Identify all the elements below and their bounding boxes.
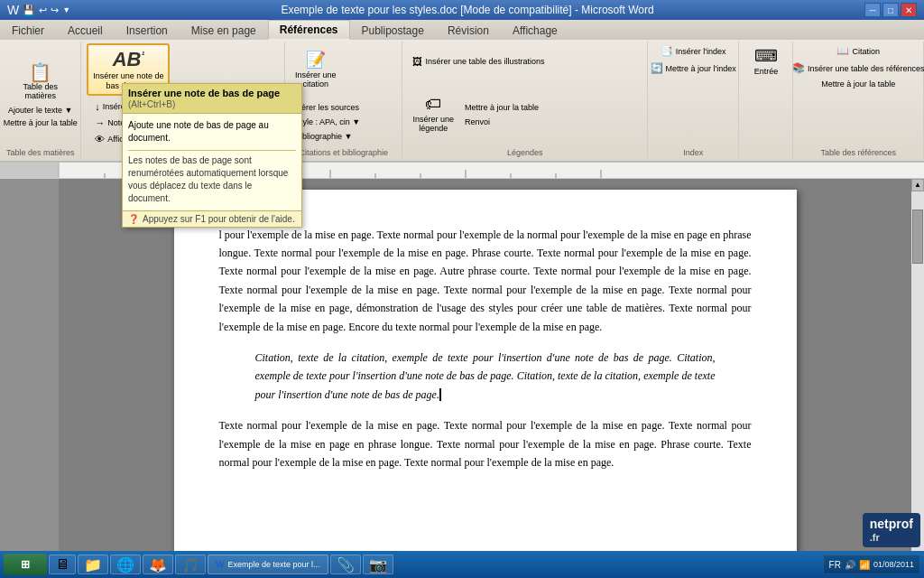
qa-dropdown[interactable]: ▼ — [62, 5, 70, 14]
style-label: Style : APA, cin ▼ — [295, 117, 360, 126]
maj-table-refs-label: Mettre à jour la table — [821, 79, 895, 89]
btn-inserer-index[interactable]: 📑 Insérer l'index — [656, 43, 731, 59]
note-suivante-icon: → — [95, 117, 105, 128]
taskbar-computer[interactable]: 🖥 — [49, 555, 76, 574]
ajouter-texte-label: Ajouter le texte ▼ — [8, 106, 72, 115]
group-entree: ⌨ Entrée — [739, 42, 793, 159]
doc-paragraph-1: l pour l'exemple de la mise en page. Tex… — [219, 226, 752, 336]
maj-index-icon: 🔄 — [651, 62, 663, 74]
tray-sound[interactable]: 🔊 — [845, 560, 855, 570]
group-citation-refs: 📖 Citation 📚 Insérer une table des référ… — [793, 42, 924, 159]
tray-lang: FR — [829, 560, 841, 570]
tooltip-popup: Insérer une note de bas de page (Alt+Ctr… — [122, 83, 302, 228]
doc-citation-block: Citation, texte de la citation, exemple … — [255, 349, 716, 404]
tooltip-body: Ajoute une note de bas de page au docume… — [123, 114, 301, 210]
minimize-button[interactable]: ─ — [864, 3, 881, 17]
tray-network[interactable]: 📶 — [859, 560, 870, 570]
index-icon: 📑 — [661, 45, 673, 57]
undo-icon[interactable]: ↩ — [39, 5, 47, 16]
start-icon: ⊞ — [21, 558, 30, 571]
tooltip-help: ❓ Appuyez sur F1 pour obtenir de l'aide. — [123, 210, 301, 227]
btn-table-matieres[interactable]: 📋 Table desmatières — [18, 61, 62, 105]
note-bas-icon: AB¹ — [113, 48, 144, 71]
maj-index-label: Mettre à jour l'index — [666, 64, 736, 73]
tab-accueil[interactable]: Accueil — [56, 20, 115, 40]
taskbar: ⊞ 🖥 📁 🌐 🦊 🎵 W Exemple de texte pour l...… — [0, 551, 924, 578]
quick-save-icon[interactable]: 💾 — [23, 5, 35, 16]
taskbar-media[interactable]: 🎵 — [175, 555, 206, 574]
group-table-matieres: 📋 Table desmatières Ajouter le texte ▼ M… — [0, 42, 81, 159]
citation-refs-icon: 📖 — [836, 45, 849, 57]
scroll-up-button[interactable]: ▲ — [911, 179, 924, 191]
btn-table-matieres-label: Table desmatières — [23, 82, 58, 102]
btn-maj-table[interactable]: Mettre à jour la table — [0, 117, 82, 129]
citation-text: Citation, texte de la citation, exemple … — [255, 351, 716, 401]
illus-label: Insérer une table des illustrations — [425, 57, 544, 66]
legende-label: Insérer unelégende — [412, 115, 454, 133]
sidebar — [0, 179, 59, 578]
netprof-line1: netprof — [870, 517, 913, 532]
tooltip-title: Insérer une note de bas de page — [128, 88, 280, 98]
group-legendes: 🖼 Insérer une table des illustrations 🏷 … — [402, 42, 648, 159]
maximize-button[interactable]: □ — [882, 3, 899, 17]
tab-mise-en-page[interactable]: Mise en page — [180, 20, 268, 40]
sources-label: Gérer les sources — [295, 103, 359, 112]
entree-icon: ⌨ — [754, 46, 778, 66]
help-text: Appuyez sur F1 pour obtenir de l'aide. — [143, 214, 295, 224]
group-citation-refs-label: Table des références — [820, 146, 896, 157]
btn-citation[interactable]: 📖 Citation — [832, 43, 884, 59]
start-button[interactable]: ⊞ — [4, 554, 47, 575]
btn-ajouter-texte[interactable]: Ajouter le texte ▼ — [4, 104, 77, 117]
biblio-label: Bibliographie ▼ — [295, 132, 352, 141]
index-label: Insérer l'index — [676, 47, 726, 56]
afficher-icon: 👁 — [95, 134, 105, 144]
group-index-label: Index — [683, 146, 703, 157]
text-cursor — [439, 388, 441, 401]
legende-icon: 🏷 — [425, 95, 441, 114]
citation-refs-label: Citation — [852, 47, 880, 56]
word-doc-label: Exemple de texte pour l... — [227, 560, 319, 569]
tab-fichier[interactable]: Fichier — [0, 20, 56, 40]
group-citations-label: Citations et bibliographie — [299, 146, 388, 157]
btn-table-illustrations[interactable]: 🖼 Insérer une table des illustrations — [408, 54, 642, 69]
group-index: 📑 Insérer l'index 🔄 Mettre à jour l'inde… — [648, 42, 739, 159]
tab-affichage[interactable]: Affichage — [501, 20, 569, 40]
ribbon-tabs: Fichier Accueil Insertion Mise en page R… — [0, 20, 924, 40]
renvoi-label: Renvoi — [465, 117, 490, 126]
tab-revision[interactable]: Révision — [436, 20, 501, 40]
scroll-thumb[interactable] — [912, 210, 923, 264]
word-icon: W — [216, 560, 224, 570]
redo-icon[interactable]: ↪ — [51, 5, 59, 16]
window-title: Exemple de texte pour les styles.doc [Mo… — [70, 4, 864, 16]
maj-table-label: Mettre à jour la table — [4, 118, 78, 127]
btn-entree[interactable]: ⌨ Entrée — [749, 43, 783, 79]
document-page[interactable]: l pour l'exemple de la mise en page. Tex… — [174, 190, 797, 578]
btn-table-refs[interactable]: 📚 Insérer une table des références — [788, 61, 924, 76]
taskbar-firefox[interactable]: 🦊 — [143, 555, 173, 574]
btn-maj-table-refs[interactable]: Mettre à jour la table — [817, 78, 900, 90]
taskbar-word-btn[interactable]: W Exemple de texte pour l... — [208, 555, 328, 574]
taskbar-browser[interactable]: 🌐 — [110, 555, 141, 574]
btn-inserer-legende[interactable]: 🏷 Insérer unelégende — [408, 92, 458, 135]
maj-legendes-label: Mettre à jour la table — [465, 103, 539, 112]
btn-maj-index[interactable]: 🔄 Mettre à jour l'index — [646, 61, 741, 76]
tab-references[interactable]: Références — [268, 20, 350, 40]
document-area[interactable]: l pour l'exemple de la mise en page. Tex… — [59, 179, 911, 578]
netprof-line2: .fr — [870, 532, 913, 544]
taskbar-tray: FR 🔊 📶 01/08/2011 — [823, 555, 920, 574]
taskbar-folder[interactable]: 📁 — [78, 555, 108, 574]
tooltip-shortcut: (Alt+Ctrl+B) — [128, 99, 175, 109]
close-button[interactable]: ✕ — [901, 3, 917, 17]
main-area: l pour l'exemple de la mise en page. Tex… — [0, 179, 924, 578]
tab-insertion[interactable]: Insertion — [115, 20, 180, 40]
tooltip-desc1: Ajoute une note de bas de page au docume… — [128, 119, 296, 144]
tray-time: 01/08/2011 — [873, 560, 914, 569]
tab-publipostage[interactable]: Publipostage — [350, 20, 436, 40]
btn-maj-legendes[interactable]: Mettre à jour la table — [460, 101, 543, 114]
citation-icon: 📝 — [306, 50, 326, 70]
taskbar-clip[interactable]: 📎 — [330, 555, 361, 574]
btn-renvoi[interactable]: Renvoi — [460, 116, 543, 128]
table-refs-label: Insérer une table des références — [808, 64, 924, 73]
tooltip-header: Insérer une note de bas de page (Alt+Ctr… — [123, 84, 301, 114]
taskbar-photo[interactable]: 📷 — [363, 555, 393, 574]
